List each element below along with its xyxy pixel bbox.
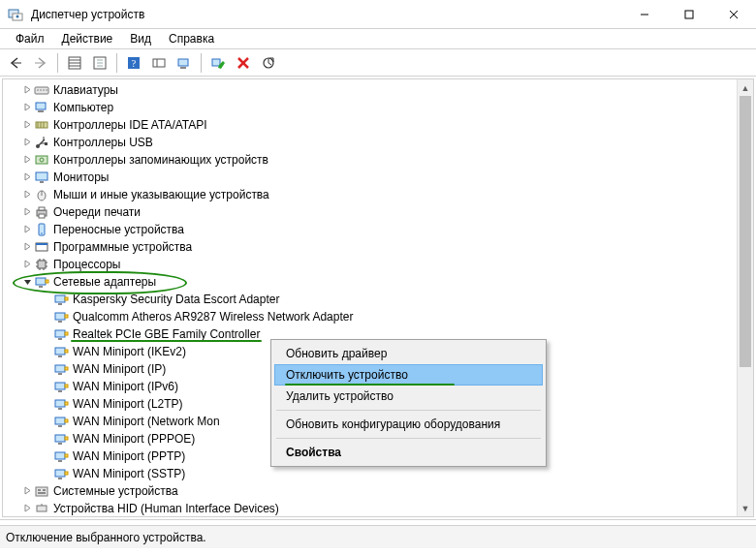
properties-button[interactable]	[88, 51, 111, 75]
tree-node-label: WAN Miniport (IKEv2)	[73, 345, 186, 358]
system-icon	[34, 483, 49, 499]
tree-node[interactable]: Программные устройства	[3, 238, 737, 256]
menubar: Файл Действие Вид Справка	[0, 29, 756, 49]
expand-arrow-icon[interactable]	[20, 486, 34, 497]
expand-arrow-icon[interactable]	[20, 277, 34, 288]
svg-rect-4	[685, 11, 693, 18]
ctx-separator	[276, 438, 541, 439]
menu-action[interactable]: Действие	[54, 30, 121, 47]
computer-icon	[34, 100, 49, 115]
tree-node-label: Устройства HID (Human Interface Devices)	[53, 502, 279, 515]
svg-rect-86	[55, 400, 65, 407]
tree-node-label: Системные устройства	[53, 484, 178, 498]
expand-arrow-icon[interactable]	[20, 190, 34, 201]
tree-node[interactable]: Контроллеры IDE ATA/ATAPI	[3, 116, 737, 134]
svg-rect-76	[65, 332, 68, 335]
svg-point-2	[16, 15, 19, 17]
vertical-scrollbar[interactable]: ▲ ▼	[737, 79, 753, 516]
view-mode-button[interactable]	[147, 51, 171, 75]
svg-rect-33	[38, 110, 44, 112]
back-button[interactable]	[4, 51, 27, 75]
tree-node-label: Контроллеры IDE ATA/ATAPI	[53, 118, 207, 132]
tree-node[interactable]: Qualcomm Atheros AR9287 Wireless Network…	[3, 308, 737, 325]
svg-rect-81	[58, 373, 62, 375]
menu-view[interactable]: Вид	[122, 30, 159, 47]
tree-node-label: Компьютер	[53, 101, 113, 114]
nic-icon	[53, 448, 69, 464]
cpu-icon	[34, 257, 49, 272]
svg-rect-103	[43, 489, 46, 491]
tree-node-label: Qualcomm Atheros AR9287 Wireless Network…	[73, 310, 353, 324]
update-driver-button[interactable]	[257, 51, 280, 75]
tree-node[interactable]: Очереди печати	[3, 203, 737, 221]
expand-arrow-icon[interactable]	[20, 225, 34, 235]
expand-arrow-icon[interactable]	[20, 155, 34, 166]
svg-rect-101	[36, 487, 47, 496]
svg-rect-69	[58, 303, 62, 305]
tree-node[interactable]: Процессоры	[3, 256, 737, 273]
expand-arrow-icon[interactable]	[20, 504, 34, 514]
ctx-disable-device[interactable]: Отключить устройство	[274, 364, 543, 386]
svg-rect-88	[65, 402, 68, 405]
tree-node[interactable]: Переносные устройства	[3, 221, 737, 238]
tree-node[interactable]: Мыши и иные указывающие устройства	[3, 186, 737, 203]
svg-rect-96	[58, 460, 62, 462]
close-button[interactable]	[711, 0, 756, 29]
context-menu: Обновить драйвер Отключить устройство Уд…	[270, 339, 547, 467]
titlebar: Диспетчер устройств	[0, 0, 756, 29]
svg-point-29	[40, 89, 42, 91]
tree-node-label: WAN Miniport (PPPOE)	[73, 432, 195, 446]
expand-arrow-icon[interactable]	[20, 120, 34, 131]
scroll-thumb[interactable]	[740, 96, 751, 367]
menu-file[interactable]: Файл	[8, 30, 52, 47]
svg-point-28	[37, 89, 39, 91]
expand-arrow-icon[interactable]	[20, 138, 34, 148]
tree-node[interactable]: Kaspersky Security Data Escort Adapter	[3, 291, 737, 308]
ctx-remove-device[interactable]: Удалить устройство	[274, 386, 543, 407]
ctx-properties[interactable]: Свойства	[274, 442, 543, 463]
svg-rect-102	[38, 489, 41, 491]
maximize-button[interactable]	[667, 0, 711, 29]
ide-icon	[34, 117, 49, 133]
expand-arrow-icon[interactable]	[20, 103, 34, 113]
tree-node-label: Мониторы	[53, 170, 109, 184]
minimize-button[interactable]	[622, 0, 667, 29]
tree-node[interactable]: WAN Miniport (SSTP)	[3, 465, 737, 482]
expand-arrow-icon[interactable]	[20, 260, 34, 270]
tree-node[interactable]: Клавиатуры	[3, 81, 737, 99]
svg-rect-22	[180, 67, 186, 69]
help-button[interactable]: ?	[122, 51, 145, 75]
tree-node[interactable]: Устройства HID (Human Interface Devices)	[3, 500, 737, 516]
tree-node[interactable]: Компьютер	[3, 99, 737, 116]
menu-help[interactable]: Справка	[161, 30, 222, 47]
status-bar: Отключение выбранного устройства.	[0, 525, 756, 548]
scan-hardware-button[interactable]	[173, 51, 196, 75]
scroll-down-icon[interactable]: ▼	[738, 500, 753, 516]
show-hide-tree-button[interactable]	[63, 51, 86, 75]
app-icon	[8, 7, 23, 22]
expand-arrow-icon[interactable]	[20, 242, 34, 253]
enable-device-button[interactable]	[206, 51, 230, 75]
uninstall-device-button[interactable]	[232, 51, 255, 75]
svg-rect-82	[65, 367, 68, 370]
tree-node[interactable]: Системные устройства	[3, 482, 737, 500]
tree-node[interactable]: Мониторы	[3, 169, 737, 186]
svg-rect-50	[39, 207, 45, 210]
expand-arrow-icon[interactable]	[20, 85, 34, 96]
tree-node[interactable]: Контроллеры USB	[3, 134, 737, 151]
scroll-up-icon[interactable]: ▲	[738, 79, 753, 96]
tree-node-label: WAN Miniport (SSTP)	[73, 467, 185, 480]
window-title: Диспетчер устройств	[31, 8, 622, 21]
svg-rect-77	[55, 348, 65, 355]
svg-rect-21	[178, 59, 188, 66]
svg-rect-23	[212, 59, 220, 66]
expand-arrow-icon[interactable]	[20, 172, 34, 183]
forward-button[interactable]	[29, 51, 52, 75]
ctx-refresh-hardware[interactable]: Обновить конфигурацию оборудования	[274, 414, 543, 435]
ctx-update-driver[interactable]: Обновить драйвер	[274, 343, 543, 364]
tree-node[interactable]: Контроллеры запоминающих устройств	[3, 151, 737, 169]
hid-icon	[34, 501, 49, 516]
tree-node[interactable]: Сетевые адаптеры	[3, 273, 737, 291]
expand-arrow-icon[interactable]	[20, 207, 34, 218]
keyboard-icon	[34, 82, 49, 98]
